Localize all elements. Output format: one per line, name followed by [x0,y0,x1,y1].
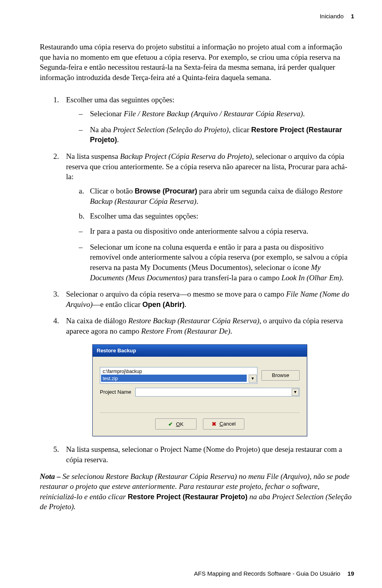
list-item: Ir para a pasta ou dispositivo onde ante… [79,226,354,236]
section-title: Iniciando [320,13,343,20]
backup-file-combo[interactable]: c:\farmproj\backup test.zip ▼ [100,367,257,384]
footer-title: AFS Mapping and Records Software - Guia … [194,570,340,577]
step-4: 4. Na caixa de diálogo Restore Backup (R… [53,316,354,436]
step-marker: 1. [53,95,59,105]
browse-button[interactable]: Browse [261,370,300,381]
step-text: Escolher uma das seguintes opções: [66,96,174,104]
step-marker: 3. [53,289,59,299]
page-header: Iniciando 1 [40,13,354,20]
backup-path: c:\farmproj\backup [103,368,142,375]
substep-a: a. Clicar o botão Browse (Procurar) para… [79,186,354,206]
list-item: Na aba Project Selection (Seleção do Pro… [79,125,354,145]
chevron-down-icon[interactable]: ▼ [249,375,257,383]
check-icon: ✔ [168,421,173,427]
list-item: Selecionar File / Restore Backup (Arquiv… [79,109,354,119]
step-5: 5. Na lista suspensa, selecionar o Proje… [53,444,354,465]
step-1: 1. Escolher uma das seguintes opções: Se… [53,95,354,145]
chevron-down-icon[interactable]: ▼ [292,389,299,396]
step-marker: 4. [53,316,59,326]
chapter-number: 1 [351,13,354,20]
substep-b: b. Escolher uma das seguintes opções: [79,211,354,221]
project-name-combo[interactable]: ▼ [135,388,300,397]
cancel-button[interactable]: ✖ Cancel [203,418,244,430]
step-marker: 5. [53,444,59,455]
step-text: Na lista suspensa, selecionar o Project … [66,445,342,464]
step-marker: 2. [53,151,59,162]
page-number: 19 [347,570,354,577]
project-name-label: Project Name [100,389,131,396]
intro-paragraph: Restaurando uma cópia reserva do projeto… [40,42,354,83]
list-item: Selecionar um ícone na coluna esquerda e… [79,242,354,283]
note-paragraph: Nota – Se selecionou Restore Backup (Res… [40,471,354,512]
page-footer: AFS Mapping and Records Software - Guia … [194,570,354,577]
restore-backup-dialog: Restore Backup c:\farmproj\backup test.z… [92,344,307,437]
backup-selected-file: test.zip [101,375,247,382]
step-3: 3. Selecionar o arquivo da cópia reserva… [53,289,354,309]
ok-button[interactable]: ✔ OK [155,418,197,430]
separator [100,412,300,413]
close-icon: ✖ [212,421,216,427]
dialog-titlebar: Restore Backup [93,345,307,357]
step-2: 2. Na lista suspensa Backup Project (Cóp… [53,151,354,283]
